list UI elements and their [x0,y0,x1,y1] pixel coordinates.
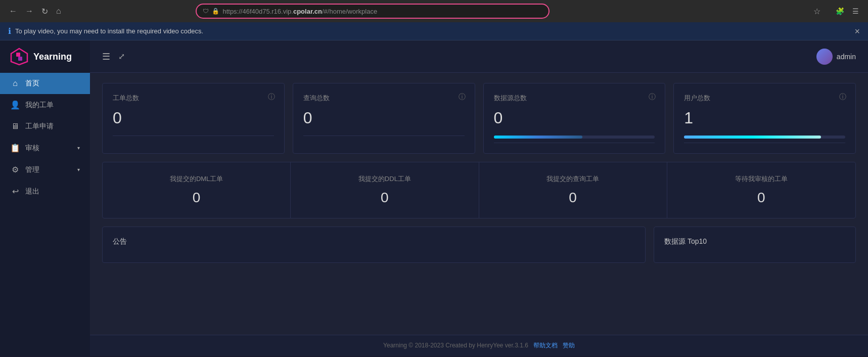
secondary-value-pending: 0 [677,190,845,206]
sidebar-item-review[interactable]: 📋 审核 ▾ [0,137,90,159]
app-name: Yearning [33,52,72,62]
lock-icon: 🔒 [212,8,219,15]
sidebar-item-manage[interactable]: ⚙ 管理 ▾ [0,159,90,181]
secondary-stat-query: 我提交的查询工单 0 [479,162,667,218]
close-infobar-button[interactable]: × [854,27,860,36]
stat-card-datasources: 数据源总数 0 ⓘ [483,83,666,154]
announcement-title: 公告 [113,237,635,246]
avatar [816,49,833,65]
browser-menu-button[interactable]: ☰ [849,5,862,17]
main-content: ☰ ⤢ admin 工单总数 0 ⓘ 查询总数 0 ⓘ [90,40,868,356]
url-path: /#/home/workplace [322,8,377,15]
sidebar-item-logout[interactable]: ↩ 退出 [0,181,90,202]
stat-label-workorders: 工单总数 [113,94,274,103]
extensions-button[interactable]: 🧩 [833,5,847,17]
browser-right-buttons: 🧩 ☰ [833,5,862,17]
stat-divider-users [684,143,845,143]
sidebar-item-mywork[interactable]: 👤 我的工单 [0,94,90,116]
secondary-label-ddl: 我提交的DDL工单 [301,174,468,184]
sidebar-manage-label: 管理 [25,165,72,174]
home-button[interactable]: ⌂ [53,5,64,18]
manage-arrow-icon: ▾ [77,167,80,172]
info-bar-message: To play video, you may need to install t… [15,27,203,35]
secondary-value-query: 0 [489,190,657,206]
stat-bar-fill-datasources [494,136,582,139]
help-docs-link[interactable]: 帮助文档 [533,342,558,349]
url-domain: cpolar.cn [293,8,322,15]
secondary-label-pending: 等待我审核的工单 [677,174,845,184]
address-bar-container: 🛡 🔒 https://46f40d75.r16.vip.cpolar.cn/#… [196,4,550,19]
stat-bar-datasources [494,136,655,139]
expand-icon[interactable]: ⤢ [118,52,125,61]
user-menu[interactable]: admin [816,49,856,65]
secondary-value-dml: 0 [113,190,280,206]
stat-label-users: 用户总数 [684,94,845,103]
stat-divider-workorders [113,136,274,136]
announcement-card: 公告 [102,227,646,263]
sidebar-mywork-label: 我的工单 [25,101,80,110]
bottom-section: 公告 数据源 Top10 [102,227,856,263]
sidebar-navigation: ⌂ 首页 👤 我的工单 🖥 工单申请 📋 审核 ▾ ⚙ 管理 ▾ [0,73,90,356]
sidebar: Yearning ⌂ 首页 👤 我的工单 🖥 工单申请 📋 审核 ▾ ⚙ [0,40,90,356]
sidebar-home-label: 首页 [25,79,80,88]
browser-chrome: ← → ↻ ⌂ 🛡 🔒 https://46f40d75.r16.vip.cpo… [0,0,868,22]
stat-value-queries: 0 [303,109,465,127]
secondary-stats-row: 我提交的DML工单 0 我提交的DDL工单 0 我提交的查询工单 0 等待我审核… [102,162,856,218]
refresh-button[interactable]: ↻ [38,5,51,18]
home-icon: ⌂ [10,79,20,88]
datasource-top10-card: 数据源 Top10 [654,227,856,263]
main-header: ☰ ⤢ admin [90,40,868,73]
bookmark-button[interactable]: ☆ [809,5,825,18]
toggle-menu-icon[interactable]: ☰ [102,51,110,62]
stat-label-queries: 查询总数 [303,94,465,103]
secondary-stat-ddl: 我提交的DDL工单 0 [291,162,479,218]
sidebar-apply-label: 工单申请 [25,122,80,131]
info-bar: ℹ To play video, you may need to install… [0,22,868,40]
forward-button[interactable]: → [22,5,36,18]
review-arrow-icon: ▾ [77,145,80,151]
stats-row: 工单总数 0 ⓘ 查询总数 0 ⓘ 数据源总数 0 ⓘ [102,83,856,154]
secondary-label-dml: 我提交的DML工单 [113,174,280,184]
info-bar-content: ℹ To play video, you may need to install… [8,26,203,36]
svg-rect-1 [16,53,20,57]
back-button[interactable]: ← [6,5,20,18]
stat-bar-fill-users [684,136,821,139]
secondary-value-ddl: 0 [301,190,468,206]
secondary-stat-pending: 等待我审核的工单 0 [667,162,855,218]
secondary-label-query: 我提交的查询工单 [489,174,657,184]
sidebar-review-label: 审核 [25,144,72,153]
address-bar[interactable]: 🛡 🔒 https://46f40d75.r16.vip.cpolar.cn/#… [196,4,550,19]
manage-icon: ⚙ [10,165,20,174]
url-prefix: https://46f40d75.r16.vip. [222,8,293,15]
info-circle-icon-users[interactable]: ⓘ [839,93,846,102]
stat-value-workorders: 0 [113,109,274,127]
stat-card-workorders: 工单总数 0 ⓘ [102,83,285,154]
app-logo-icon [10,48,28,66]
logout-icon: ↩ [10,187,20,196]
stat-divider-queries [303,136,465,136]
sidebar-logo: Yearning [0,40,90,73]
address-bar-url: https://46f40d75.r16.vip.cpolar.cn/#/hom… [222,8,542,15]
secondary-stat-dml: 我提交的DML工单 0 [103,162,291,218]
user-icon: 👤 [10,100,20,110]
shield-icon: 🛡 [203,8,209,15]
review-icon: 📋 [10,143,20,153]
svg-rect-2 [18,57,22,61]
info-circle-icon-datasources[interactable]: ⓘ [649,93,656,102]
stat-card-queries: 查询总数 0 ⓘ [293,83,475,154]
app-layout: Yearning ⌂ 首页 👤 我的工单 🖥 工单申请 📋 审核 ▾ ⚙ [0,40,868,356]
sidebar-item-apply[interactable]: 🖥 工单申请 [0,116,90,137]
footer: Yearning © 2018-2023 Created by HenryYee… [90,335,868,356]
stat-label-datasources: 数据源总数 [494,94,655,103]
browser-nav-buttons: ← → ↻ ⌂ [6,5,64,18]
stat-divider-datasources [494,143,655,143]
sponsor-link[interactable]: 赞助 [563,342,575,349]
monitor-icon: 🖥 [10,122,20,131]
info-circle-icon-workorders[interactable]: ⓘ [268,93,275,102]
stat-card-users: 用户总数 1 ⓘ [673,83,856,154]
info-icon: ℹ [8,26,11,36]
dashboard: 工单总数 0 ⓘ 查询总数 0 ⓘ 数据源总数 0 ⓘ [90,73,868,335]
username-label: admin [837,53,856,61]
sidebar-item-home[interactable]: ⌂ 首页 [0,73,90,94]
info-circle-icon-queries[interactable]: ⓘ [459,93,466,102]
